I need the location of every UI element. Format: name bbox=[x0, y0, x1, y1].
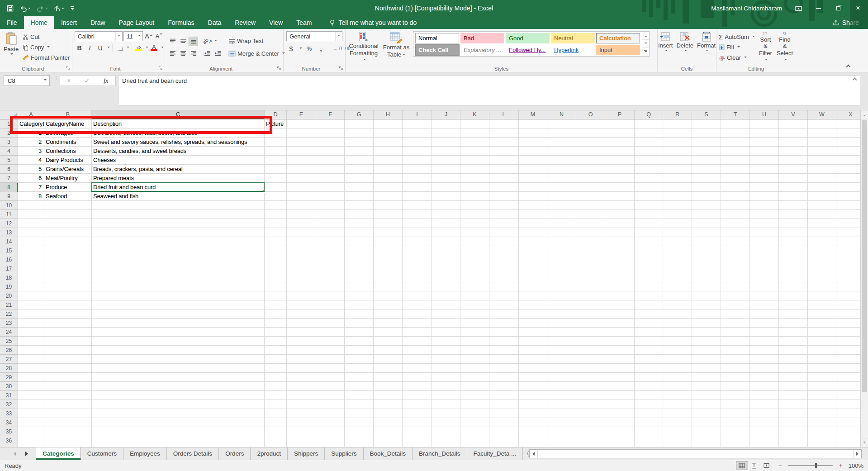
merge-center-button[interactable]: Merge & Center bbox=[227, 49, 286, 59]
scroll-left-icon[interactable] bbox=[530, 450, 538, 458]
accounting-format-button[interactable]: $ bbox=[286, 44, 296, 53]
copy-button[interactable]: Copy bbox=[21, 43, 71, 52]
ribbon-tab-page-layout[interactable]: Page Layout bbox=[112, 16, 161, 29]
cell-A9[interactable]: 8 bbox=[19, 192, 42, 201]
cell-C4[interactable]: Desserts, candies, and sweet breads bbox=[93, 147, 186, 156]
cells-area[interactable]: 1234567891011121314151617181920212223242… bbox=[0, 119, 868, 447]
fill-color-button[interactable] bbox=[134, 43, 143, 52]
column-header-m[interactable]: M bbox=[519, 110, 547, 119]
row-header-21[interactable]: 21 bbox=[0, 300, 18, 309]
column-header-d[interactable]: D bbox=[265, 110, 287, 119]
gallery-scroll-down-icon[interactable] bbox=[642, 40, 649, 48]
column-header-i[interactable]: I bbox=[403, 110, 432, 119]
conditional-formatting-button[interactable]: ≠ Conditional Formatting bbox=[346, 30, 381, 64]
row-header-10[interactable]: 10 bbox=[0, 201, 18, 210]
sheet-tab-branch-details[interactable]: Branch_Details bbox=[413, 447, 467, 460]
cell-style-bad[interactable]: Bad bbox=[460, 33, 504, 43]
minimize-button[interactable] bbox=[808, 0, 828, 16]
borders-button[interactable] bbox=[115, 43, 124, 52]
increase-decimal-button[interactable]: ←.0 bbox=[333, 44, 342, 53]
font-dialog-launcher-icon[interactable] bbox=[158, 66, 163, 71]
row-header-31[interactable]: 31 bbox=[0, 391, 18, 400]
column-header-c[interactable]: C bbox=[92, 110, 265, 119]
column-header-u[interactable]: U bbox=[750, 110, 779, 119]
zoom-level[interactable]: 100% bbox=[849, 462, 863, 469]
cell-A4[interactable]: 3 bbox=[19, 147, 42, 156]
row-header-25[interactable]: 25 bbox=[0, 337, 18, 346]
row-header-20[interactable]: 20 bbox=[0, 291, 18, 300]
decrease-font-size-button[interactable]: A bbox=[154, 32, 164, 41]
sheet-tab-employees[interactable]: Employees bbox=[123, 447, 167, 460]
restore-button[interactable] bbox=[828, 0, 848, 16]
cell-A8[interactable]: 7 bbox=[19, 183, 42, 192]
cell-style-neutral[interactable]: Neutral bbox=[551, 33, 595, 43]
share-button[interactable]: Share bbox=[833, 16, 868, 29]
bottom-align-button[interactable] bbox=[189, 37, 198, 46]
scroll-right-icon[interactable] bbox=[853, 450, 861, 458]
ribbon-tab-team[interactable]: Team bbox=[289, 16, 318, 29]
top-align-button[interactable] bbox=[168, 37, 177, 46]
cell-C8[interactable]: Dried fruit and bean curd bbox=[93, 183, 156, 192]
normal-view-button[interactable] bbox=[736, 461, 748, 470]
align-left-button[interactable] bbox=[168, 49, 177, 58]
row-header-26[interactable]: 26 bbox=[0, 346, 18, 355]
align-right-button[interactable] bbox=[189, 49, 198, 58]
cell-style-normal[interactable]: Normal bbox=[415, 33, 459, 43]
ribbon-display-options-icon[interactable] bbox=[788, 0, 808, 16]
cell-A5[interactable]: 4 bbox=[19, 156, 42, 165]
row-header-8[interactable]: 8 bbox=[0, 183, 18, 192]
zoom-out-button[interactable]: − bbox=[778, 462, 783, 469]
row-header-22[interactable]: 22 bbox=[0, 309, 18, 319]
row-header-35[interactable]: 35 bbox=[0, 427, 18, 436]
format-as-table-button[interactable]: Format as Table bbox=[381, 30, 412, 64]
row-header-12[interactable]: 12 bbox=[0, 219, 18, 228]
row-header-34[interactable]: 34 bbox=[0, 418, 18, 427]
cell-A2[interactable]: 1 bbox=[19, 128, 42, 138]
column-header-q[interactable]: Q bbox=[635, 110, 663, 119]
font-color-button[interactable]: A bbox=[149, 43, 159, 52]
sheet-tab-book-details[interactable]: Book_Details bbox=[364, 447, 413, 460]
column-header-k[interactable]: K bbox=[460, 110, 489, 119]
cell-C1[interactable]: Description bbox=[93, 119, 264, 128]
formula-input[interactable]: Dried fruit and bean curd bbox=[118, 75, 860, 105]
borders-caret[interactable] bbox=[127, 47, 129, 49]
format-cells-button[interactable]: Format bbox=[695, 30, 717, 64]
name-box-caret[interactable] bbox=[44, 79, 47, 82]
name-box[interactable]: C8 bbox=[4, 75, 50, 86]
collapse-ribbon-icon[interactable] bbox=[846, 65, 851, 69]
cell-C7[interactable]: Prepared meats bbox=[93, 174, 134, 183]
format-painter-button[interactable]: Format Painter bbox=[21, 53, 71, 63]
sheet-tab-orders-details[interactable]: Orders Details bbox=[167, 447, 219, 460]
column-header-e[interactable]: E bbox=[287, 110, 316, 119]
column-header-s[interactable]: S bbox=[692, 110, 721, 119]
row-header-15[interactable]: 15 bbox=[0, 246, 18, 255]
cell-style-explanatory[interactable]: Explanatory ... bbox=[460, 45, 504, 55]
cell-B5[interactable]: Dairy Products bbox=[46, 156, 83, 165]
select-all-button[interactable] bbox=[0, 110, 18, 119]
accounting-caret[interactable] bbox=[299, 48, 302, 50]
row-header-13[interactable]: 13 bbox=[0, 228, 18, 237]
row-header-30[interactable]: 30 bbox=[0, 382, 18, 391]
row-header-24[interactable]: 24 bbox=[0, 328, 18, 337]
row-header-14[interactable]: 14 bbox=[0, 237, 18, 246]
delete-cells-button[interactable]: Delete bbox=[674, 30, 695, 64]
row-header-7[interactable]: 7 bbox=[0, 174, 18, 183]
row-header-33[interactable]: 33 bbox=[0, 409, 18, 418]
insert-function-icon[interactable]: fx bbox=[104, 77, 109, 85]
zoom-slider-handle[interactable] bbox=[815, 463, 817, 468]
column-header-a[interactable]: A bbox=[18, 110, 44, 119]
cell-C6[interactable]: Breads, crackers, pasta, and cereal bbox=[93, 165, 183, 174]
row-header-19[interactable]: 19 bbox=[0, 282, 18, 291]
row-header-9[interactable]: 9 bbox=[0, 192, 18, 201]
undo-icon[interactable] bbox=[19, 5, 31, 12]
font-family-select[interactable]: Calibri bbox=[75, 31, 123, 41]
ribbon-tab-data[interactable]: Data bbox=[201, 16, 228, 29]
italic-button[interactable]: I bbox=[85, 43, 95, 52]
row-header-17[interactable]: 17 bbox=[0, 264, 18, 273]
vertical-scroll-thumb[interactable] bbox=[862, 120, 867, 392]
autosum-button[interactable]: Σ AutoSum bbox=[717, 32, 756, 42]
cell-style-good[interactable]: Good bbox=[506, 33, 550, 43]
gallery-more-icon[interactable] bbox=[642, 48, 649, 56]
cell-C5[interactable]: Cheeses bbox=[93, 156, 116, 165]
scroll-up-icon[interactable] bbox=[861, 110, 868, 119]
